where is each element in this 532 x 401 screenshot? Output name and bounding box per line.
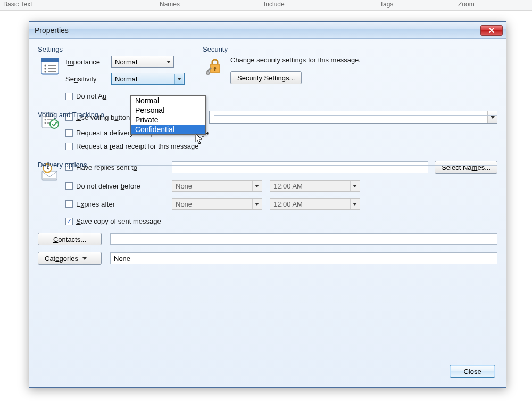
svg-point-4: [44, 68, 46, 69]
autoarchive-label: Do not Au: [76, 92, 106, 100]
lock-icon: [205, 57, 225, 76]
ribbon-label-names: Names: [160, 1, 180, 8]
svg-rect-1: [41, 58, 59, 62]
close-icon: [488, 27, 495, 34]
autoarchive-checkbox[interactable]: [65, 93, 73, 100]
delivery-group-label: Delivery options: [38, 161, 89, 169]
chevron-down-icon: [252, 199, 261, 209]
close-button[interactable]: Close: [450, 365, 495, 378]
sensitivity-combo[interactable]: Normal: [111, 73, 185, 85]
expires-label: Expires after: [76, 200, 172, 208]
contacts-button[interactable]: Contacts...: [38, 233, 102, 245]
save-copy-checkbox[interactable]: [65, 218, 73, 225]
properties-dialog: Properties Settings: [29, 21, 506, 388]
security-settings-button[interactable]: Security Settings...: [230, 71, 302, 84]
expires-checkbox[interactable]: [65, 200, 73, 208]
not-before-time-combo[interactable]: 12:00 AM: [270, 180, 360, 192]
chevron-down-icon: [487, 111, 497, 123]
not-before-date-combo[interactable]: None: [172, 180, 262, 192]
sensitivity-label: Sensitivity: [65, 75, 111, 83]
categories-button[interactable]: Categories: [38, 252, 102, 265]
not-before-checkbox[interactable]: [65, 182, 73, 190]
chevron-down-icon: [82, 257, 87, 260]
ribbon-group-labels: Basic Text Names Include Tags Zoom: [0, 0, 532, 11]
svg-point-17: [45, 122, 46, 124]
categories-input[interactable]: None: [110, 252, 497, 264]
select-names-button[interactable]: Select Names...: [435, 161, 497, 174]
importance-label: Importance: [65, 58, 111, 66]
ribbon-label-zoom: Zoom: [458, 1, 475, 8]
sensitivity-option-confidential[interactable]: Confidential: [131, 125, 205, 134]
delivery-receipt-checkbox[interactable]: [65, 129, 73, 137]
chevron-down-icon: [252, 181, 261, 191]
window-close-button[interactable]: [480, 25, 503, 36]
replies-input[interactable]: [172, 161, 428, 173]
chevron-down-icon: [350, 199, 359, 209]
svg-point-2: [44, 64, 46, 66]
svg-rect-21: [43, 178, 56, 179]
ribbon-label-include: Include: [264, 1, 285, 8]
settings-group-label: Settings: [38, 45, 65, 53]
dialog-titlebar[interactable]: Properties: [29, 22, 506, 39]
expires-time-combo[interactable]: 12:00 AM: [270, 198, 360, 210]
expires-date-combo[interactable]: None: [172, 198, 262, 210]
svg-point-15: [45, 119, 46, 121]
chevron-down-icon: [164, 57, 172, 67]
read-receipt-checkbox[interactable]: [65, 143, 73, 150]
save-copy-label: Save copy of sent message: [76, 217, 161, 225]
security-group-label: Security: [203, 45, 230, 53]
importance-combo[interactable]: Normal: [111, 56, 174, 68]
sensitivity-option-private[interactable]: Private: [131, 115, 205, 125]
sensitivity-option-personal[interactable]: Personal: [131, 105, 205, 115]
read-receipt-label: Request a read receipt for this message: [76, 142, 199, 150]
voting-group-label: Voting and Tracking o: [38, 111, 106, 119]
contacts-input[interactable]: [110, 233, 497, 245]
ribbon-label-basic-text: Basic Text: [3, 1, 32, 8]
svg-point-6: [44, 71, 46, 72]
settings-icon: [40, 57, 60, 76]
chevron-down-icon: [350, 181, 359, 191]
svg-point-11: [206, 71, 210, 75]
svg-point-19: [50, 120, 59, 128]
svg-rect-10: [214, 68, 215, 71]
dialog-title: Properties: [35, 26, 480, 35]
chevron-down-icon: [174, 74, 183, 84]
security-description: Change security settings for this messag…: [230, 56, 497, 64]
not-before-label: Do not deliver before: [76, 182, 172, 190]
voting-buttons-combo[interactable]: [209, 111, 497, 124]
sensitivity-dropdown-list[interactable]: Normal Personal Private Confidential: [130, 95, 206, 135]
replies-label: Have replies sent to: [76, 163, 172, 171]
sensitivity-option-normal[interactable]: Normal: [131, 96, 205, 105]
ribbon-label-tags: Tags: [380, 1, 393, 8]
